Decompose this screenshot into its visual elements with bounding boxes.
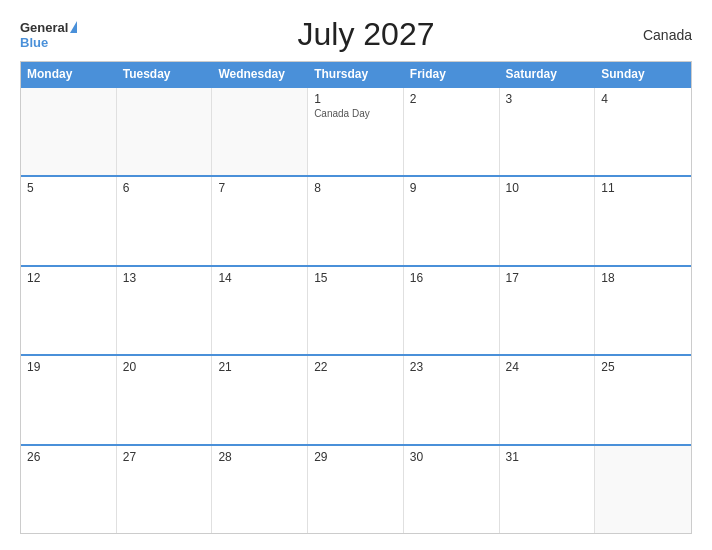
cal-cell: 30 [404, 446, 500, 533]
day-header-sunday: Sunday [595, 62, 691, 86]
calendar-header: MondayTuesdayWednesdayThursdayFridaySatu… [21, 62, 691, 86]
day-number: 27 [123, 450, 206, 464]
cal-cell: 19 [21, 356, 117, 443]
cal-cell: 11 [595, 177, 691, 264]
day-number: 4 [601, 92, 685, 106]
cal-cell: 13 [117, 267, 213, 354]
day-number: 17 [506, 271, 589, 285]
cal-cell: 9 [404, 177, 500, 264]
calendar-week-5: 262728293031 [21, 444, 691, 533]
day-number: 11 [601, 181, 685, 195]
cal-cell: 16 [404, 267, 500, 354]
cal-cell: 12 [21, 267, 117, 354]
cal-cell: 17 [500, 267, 596, 354]
calendar-body: 1Canada Day23456789101112131415161718192… [21, 86, 691, 533]
cal-cell: 5 [21, 177, 117, 264]
day-number: 21 [218, 360, 301, 374]
logo-blue: Blue [20, 35, 48, 50]
cal-cell: 10 [500, 177, 596, 264]
cal-cell: 29 [308, 446, 404, 533]
cal-cell: 4 [595, 88, 691, 175]
cal-cell: 28 [212, 446, 308, 533]
header: General Blue July 2027 Canada [20, 16, 692, 53]
day-number: 8 [314, 181, 397, 195]
cal-cell: 3 [500, 88, 596, 175]
day-number: 28 [218, 450, 301, 464]
cal-cell [212, 88, 308, 175]
day-number: 14 [218, 271, 301, 285]
day-number: 20 [123, 360, 206, 374]
day-number: 29 [314, 450, 397, 464]
cal-cell: 7 [212, 177, 308, 264]
calendar: MondayTuesdayWednesdayThursdayFridaySatu… [20, 61, 692, 534]
day-number: 26 [27, 450, 110, 464]
month-title: July 2027 [100, 16, 632, 53]
day-number: 12 [27, 271, 110, 285]
day-number: 22 [314, 360, 397, 374]
calendar-week-2: 567891011 [21, 175, 691, 264]
logo-triangle-icon [70, 21, 77, 33]
day-number: 2 [410, 92, 493, 106]
cal-cell: 21 [212, 356, 308, 443]
day-number: 6 [123, 181, 206, 195]
day-number: 19 [27, 360, 110, 374]
day-number: 24 [506, 360, 589, 374]
cal-cell: 23 [404, 356, 500, 443]
cal-cell: 24 [500, 356, 596, 443]
day-number: 3 [506, 92, 589, 106]
day-header-thursday: Thursday [308, 62, 404, 86]
day-header-wednesday: Wednesday [212, 62, 308, 86]
day-number: 18 [601, 271, 685, 285]
day-number: 9 [410, 181, 493, 195]
day-number: 25 [601, 360, 685, 374]
cal-cell: 6 [117, 177, 213, 264]
cal-cell [595, 446, 691, 533]
day-header-tuesday: Tuesday [117, 62, 213, 86]
day-number: 31 [506, 450, 589, 464]
cal-cell: 31 [500, 446, 596, 533]
cal-cell: 14 [212, 267, 308, 354]
cal-cell: 15 [308, 267, 404, 354]
day-number: 7 [218, 181, 301, 195]
day-number: 23 [410, 360, 493, 374]
day-number: 1 [314, 92, 397, 106]
calendar-week-1: 1Canada Day234 [21, 86, 691, 175]
holiday-label: Canada Day [314, 108, 397, 119]
day-number: 16 [410, 271, 493, 285]
page: General Blue July 2027 Canada MondayTues… [0, 0, 712, 550]
cal-cell: 18 [595, 267, 691, 354]
cal-cell: 8 [308, 177, 404, 264]
calendar-week-4: 19202122232425 [21, 354, 691, 443]
cal-cell: 1Canada Day [308, 88, 404, 175]
calendar-week-3: 12131415161718 [21, 265, 691, 354]
logo: General Blue [20, 20, 100, 50]
cal-cell: 2 [404, 88, 500, 175]
cal-cell: 25 [595, 356, 691, 443]
day-number: 15 [314, 271, 397, 285]
cal-cell: 22 [308, 356, 404, 443]
cal-cell [117, 88, 213, 175]
day-header-monday: Monday [21, 62, 117, 86]
day-number: 5 [27, 181, 110, 195]
day-header-saturday: Saturday [500, 62, 596, 86]
day-header-friday: Friday [404, 62, 500, 86]
logo-general: General [20, 20, 68, 35]
day-number: 10 [506, 181, 589, 195]
day-number: 30 [410, 450, 493, 464]
cal-cell: 27 [117, 446, 213, 533]
cal-cell: 26 [21, 446, 117, 533]
country-label: Canada [632, 27, 692, 43]
cal-cell: 20 [117, 356, 213, 443]
cal-cell [21, 88, 117, 175]
day-number: 13 [123, 271, 206, 285]
